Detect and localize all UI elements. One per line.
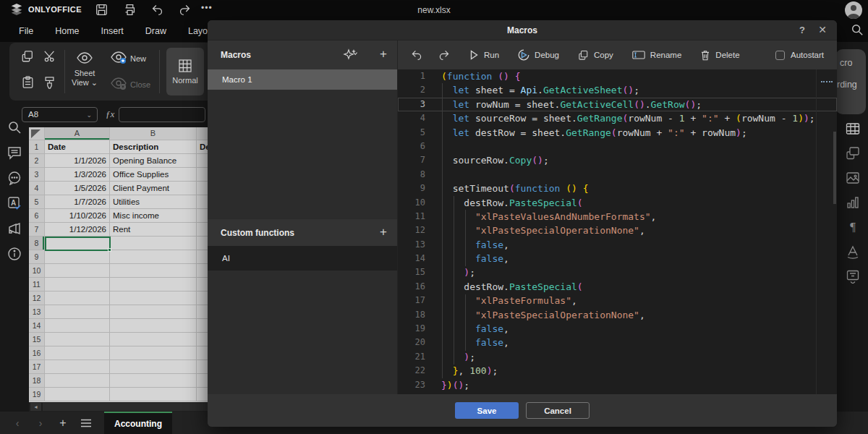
cell-C17[interactable] [197,360,208,374]
cell-B16[interactable] [110,346,197,360]
cell-C8[interactable] [197,237,208,250]
code-line-23[interactable]: 23})(); [398,378,837,392]
code-line-9[interactable]: 9 setTimeout(function () { [398,182,837,195]
cell-C1[interactable]: De [197,140,208,154]
cell-A6[interactable]: 1/10/2026 [45,209,110,223]
feedback-icon[interactable] [7,221,22,236]
cell-C11[interactable] [197,278,208,292]
save-icon[interactable] [95,4,108,16]
cell-A18[interactable] [45,374,110,388]
editor-scrollbar-thumb[interactable] [833,132,836,204]
cell-B10[interactable] [110,264,197,278]
cell-A14[interactable] [45,319,110,333]
close-icon[interactable]: ✕ [818,24,827,35]
row-header-18[interactable]: 18 [29,374,45,388]
delete-button[interactable]: Delete [700,50,739,61]
cell-B15[interactable] [110,333,197,346]
col-header-a[interactable]: A [45,127,110,140]
chart-settings-icon[interactable] [846,195,860,210]
cell-B6[interactable]: Misc income [110,209,197,223]
more-menu-icon[interactable]: ••• [201,3,213,13]
cell-C13[interactable] [197,305,208,319]
cell-C6[interactable] [197,209,208,223]
paragraph-settings-icon[interactable]: ¶ [846,220,860,234]
cancel-button[interactable]: Cancel [526,402,590,419]
row-header-6[interactable]: 6 [29,209,45,223]
code-line-13[interactable]: 13 false, [398,238,837,252]
cell-B8[interactable] [110,237,197,250]
code-line-19[interactable]: 19 false, [398,322,837,336]
row-header-16[interactable]: 16 [29,346,45,360]
cell-B2[interactable]: Opening Balance [110,154,197,168]
cell-A10[interactable] [45,264,110,278]
code-line-10[interactable]: 10 destRow.PasteSpecial( [398,196,837,210]
cell-C4[interactable] [197,182,208,195]
custom-function-item[interactable]: AI [208,246,397,271]
cell-C14[interactable] [197,319,208,333]
code-line-1[interactable]: 1(function () { [398,69,837,83]
save-button[interactable]: Save [455,402,519,419]
sheet-tab-accounting[interactable]: Accounting [104,412,172,434]
ai-sparkle-icon[interactable] [342,48,364,62]
cell-A7[interactable]: 1/12/2026 [45,223,110,237]
code-line-17[interactable]: 17 "xlPasteFormulas", [398,294,837,307]
cell-B18[interactable] [110,374,197,388]
undo-icon[interactable] [151,4,163,16]
cell-C9[interactable] [197,250,208,264]
row-header-9[interactable]: 9 [29,250,45,264]
cell-C16[interactable] [197,346,208,360]
code-line-14[interactable]: 14 false, [398,252,837,265]
paste-icon[interactable] [22,76,34,89]
code-line-16[interactable]: 16 destRow.PasteSpecial( [398,280,837,294]
code-line-3[interactable]: 3 let rowNum = sheet.GetActiveCell().Get… [398,98,837,111]
cell-A17[interactable] [45,360,110,374]
cell-A16[interactable] [45,346,110,360]
col-header-c[interactable] [197,127,208,140]
cell-B1[interactable]: Description [110,140,197,154]
cut-icon[interactable] [43,50,56,63]
avatar[interactable] [845,1,862,19]
code-line-21[interactable]: 21 ); [398,350,837,364]
redo-icon[interactable] [179,4,191,16]
spellcheck-icon[interactable]: A [7,196,22,210]
cell-A1[interactable]: Date [45,140,110,154]
cell-A19[interactable] [45,388,110,401]
row-header-11[interactable]: 11 [29,278,45,292]
copy-button[interactable]: Copy [578,50,613,61]
row-header-3[interactable]: 3 [29,168,45,182]
row-header-5[interactable]: 5 [29,195,45,209]
rename-button[interactable]: Rename [632,50,681,60]
cell-B17[interactable] [110,360,197,374]
cell-B5[interactable]: Utilities [110,195,197,209]
formula-input[interactable] [119,107,205,122]
cell-B13[interactable] [110,305,197,319]
select-all-corner[interactable] [29,127,45,140]
dialog-title-bar[interactable]: Macros ? ✕ [208,20,837,41]
code-line-4[interactable]: 4 let sourceRow = sheet.GetRange(rowNum … [398,111,837,125]
row-header-13[interactable]: 13 [29,305,45,319]
row-header-4[interactable]: 4 [29,182,45,195]
row-header-2[interactable]: 2 [29,154,45,168]
sheet-list-icon[interactable] [80,418,93,428]
redo-icon[interactable] [438,49,450,61]
row-header-12[interactable]: 12 [29,292,45,305]
cell-settings-icon[interactable] [846,122,860,136]
menu-item-file[interactable]: File [19,26,33,36]
slicer-settings-icon[interactable] [846,269,860,284]
cell-A13[interactable] [45,305,110,319]
code-line-6[interactable]: 6 [398,140,837,153]
code-line-7[interactable]: 7 sourceRow.Copy(); [398,153,837,167]
cell-B14[interactable] [110,319,197,333]
image-settings-icon[interactable] [846,171,860,185]
autostart-checkbox[interactable] [775,51,785,60]
code-line-5[interactable]: 5 let destRow = sheet.GetRange(rowNum + … [398,126,837,140]
comments-icon[interactable] [7,145,22,160]
row-header-17[interactable]: 17 [29,360,45,374]
col-header-b[interactable]: B [110,127,197,140]
cell-A8[interactable] [45,237,110,250]
cell-C12[interactable] [197,292,208,305]
cell-A12[interactable] [45,292,110,305]
cell-B7[interactable]: Rent [110,223,197,237]
cell-A11[interactable] [45,278,110,292]
menu-item-home[interactable]: Home [55,26,79,36]
